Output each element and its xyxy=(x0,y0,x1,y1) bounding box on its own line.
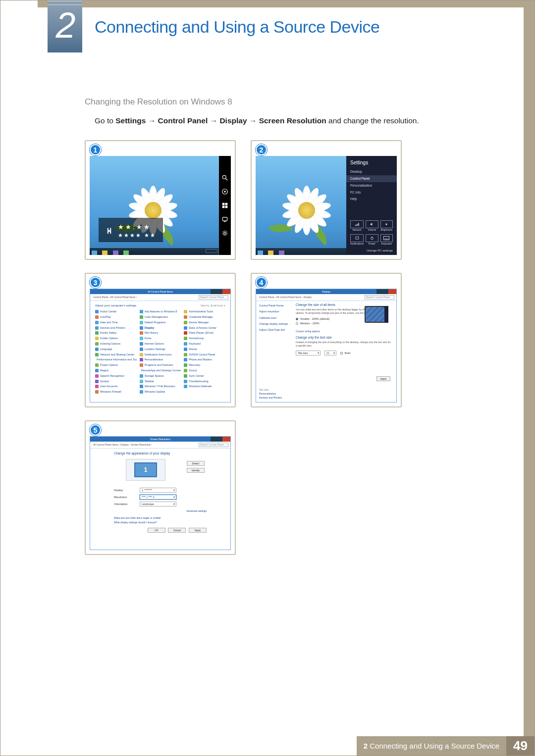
orientation-dropdown[interactable]: Landscape xyxy=(140,502,176,506)
minmax-buttons[interactable] xyxy=(211,289,222,294)
breadcrumb[interactable]: All Control Panel Items › Display › Scre… xyxy=(93,443,151,446)
share-icon[interactable] xyxy=(221,188,228,195)
close-button[interactable] xyxy=(222,289,230,294)
settings-item[interactable]: PC info xyxy=(350,189,393,196)
custom-sizing-link[interactable]: Custom sizing options xyxy=(296,330,392,333)
taskbar[interactable] xyxy=(90,248,218,255)
control-panel-item[interactable] xyxy=(184,390,225,394)
notifications-icon[interactable] xyxy=(350,234,364,242)
control-panel-item[interactable]: Windows Update xyxy=(140,390,181,394)
control-panel-item[interactable]: Sync Center xyxy=(184,374,225,378)
cancel-button[interactable]: Cancel xyxy=(168,528,186,533)
screen-resolution-window[interactable]: Screen Resolution All Control Panel Item… xyxy=(90,436,231,550)
see-also-link[interactable]: Personalization xyxy=(259,392,282,395)
monitor-1[interactable]: 1 xyxy=(134,462,157,477)
advanced-settings-link[interactable]: Advanced settings xyxy=(114,509,207,512)
control-panel-item[interactable]: Action Center xyxy=(95,309,137,314)
view-by-dropdown[interactable]: View by: Small icons ▾ xyxy=(201,304,225,307)
control-panel-item[interactable]: Network and Sharing Center xyxy=(95,353,137,357)
control-panel-item[interactable]: Language xyxy=(95,347,137,352)
control-panel-item[interactable]: NVIDIA Control Panel xyxy=(184,353,225,357)
sidebar-home[interactable]: Control Panel Home xyxy=(259,304,289,307)
window-titlebar[interactable]: All Control Panel Items xyxy=(90,289,230,294)
control-panel-item[interactable]: Recovery xyxy=(184,363,225,367)
control-panel-item[interactable]: Location Settings xyxy=(140,347,181,352)
control-panel-item[interactable]: Credential Manager xyxy=(184,315,225,319)
taskbar-icon[interactable] xyxy=(258,251,263,255)
minmax-buttons[interactable] xyxy=(376,289,388,294)
start-icon[interactable] xyxy=(221,202,228,209)
taskbar-icon[interactable] xyxy=(279,251,284,255)
control-panel-item[interactable]: User Accounts xyxy=(95,384,137,389)
control-panel-item[interactable]: Programs and Features xyxy=(140,363,181,367)
search-icon[interactable] xyxy=(221,174,228,181)
control-panel-item[interactable]: Region xyxy=(95,368,137,373)
control-panel-item[interactable]: Device Manager xyxy=(184,320,225,325)
breadcrumb[interactable]: Control Panel › All Control Panel Items … xyxy=(93,296,137,299)
bold-checkbox[interactable]: Bold xyxy=(340,352,350,354)
sidebar-item[interactable]: Adjust resolution xyxy=(259,310,289,313)
control-panel-item[interactable]: Display xyxy=(140,326,181,330)
control-panel-item[interactable]: Mouse xyxy=(184,347,225,352)
control-panel-item[interactable]: System xyxy=(95,379,137,384)
taskbar-icon[interactable] xyxy=(113,251,118,255)
taskbar[interactable] xyxy=(256,248,346,255)
breadcrumb[interactable]: Control Panel › All Control Panel Items … xyxy=(259,296,312,299)
volume-icon[interactable] xyxy=(366,220,378,228)
control-panel-item[interactable]: Windows 7 File Recovery xyxy=(140,384,181,389)
breadcrumb-bar[interactable]: All Control Panel Items › Display › Scre… xyxy=(90,442,230,449)
control-panel-item[interactable]: Performance Information and Tools xyxy=(95,357,137,362)
control-panel-item[interactable]: Default Programs xyxy=(140,320,181,325)
size-dropdown[interactable]: 11 xyxy=(324,351,336,355)
window-titlebar[interactable]: Display xyxy=(256,289,396,294)
resolution-dropdown[interactable]: **** × **** ▾ xyxy=(140,495,176,500)
control-panel-item[interactable]: Sound xyxy=(184,368,225,373)
ok-button[interactable]: OK xyxy=(148,528,165,533)
display-preview[interactable]: 1 xyxy=(126,459,165,481)
devices-icon[interactable] xyxy=(221,216,228,223)
keyboard-icon[interactable] xyxy=(380,234,393,242)
taskbar-icon[interactable] xyxy=(123,251,129,255)
control-panel-item[interactable]: AutoPlay xyxy=(95,315,137,319)
settings-item[interactable]: Desktop xyxy=(350,168,393,175)
sr-link-2[interactable]: What display settings should I choose? xyxy=(114,521,207,524)
apply-button[interactable]: Apply xyxy=(376,376,390,381)
close-button[interactable] xyxy=(222,437,230,442)
breadcrumb-bar[interactable]: Control Panel › All Control Panel Items … xyxy=(90,294,230,301)
control-panel-item[interactable]: HomeGroup xyxy=(184,336,225,341)
sidebar-item[interactable]: Adjust ClearType text xyxy=(259,328,289,332)
control-panel-item[interactable]: Notification Area Icons xyxy=(140,353,181,357)
taskbar-icon[interactable] xyxy=(92,251,97,255)
detect-button[interactable]: Detect xyxy=(187,461,205,466)
control-panel-item[interactable]: Storage Spaces xyxy=(140,374,181,378)
control-panel-item[interactable]: Speech Recognition xyxy=(95,374,137,378)
settings-item[interactable]: Control Panel xyxy=(346,175,397,182)
display-dropdown[interactable]: 1. ******** xyxy=(140,488,176,493)
taskbar-icon[interactable] xyxy=(268,251,273,255)
charms-settings-pane[interactable]: Settings DesktopControl PanelPersonaliza… xyxy=(346,156,397,255)
control-panel-window[interactable]: All Control Panel Items Control Panel › … xyxy=(90,289,231,403)
control-panel-item[interactable]: Date and Time xyxy=(95,320,137,325)
control-panel-item[interactable]: Phone and Modem xyxy=(184,357,225,362)
minmax-buttons[interactable] xyxy=(211,437,222,442)
control-panel-item[interactable]: Folder Options xyxy=(95,336,137,341)
change-pc-settings-link[interactable]: Change PC settings xyxy=(350,249,393,252)
control-panel-item[interactable]: Color Management xyxy=(140,315,181,319)
control-panel-item[interactable]: Personalization xyxy=(140,357,181,362)
control-panel-item[interactable]: Fonts xyxy=(140,336,181,341)
control-panel-item[interactable]: Family Safety xyxy=(95,331,137,335)
sidebar-item[interactable]: Change display settings xyxy=(259,322,289,326)
sidebar-item[interactable]: Calibrate color xyxy=(259,316,289,320)
control-panel-item[interactable]: Administrative Tools xyxy=(184,309,225,314)
control-panel-item[interactable]: Ease of Access Center xyxy=(184,326,225,330)
control-panel-item[interactable]: Indexing Options xyxy=(95,342,137,346)
taskbar-icon[interactable] xyxy=(102,251,107,255)
control-panel-item[interactable]: Internet Options xyxy=(140,342,181,346)
breadcrumb-bar[interactable]: Control Panel › All Control Panel Items … xyxy=(256,294,396,301)
settings-item[interactable]: Personalization xyxy=(350,182,393,189)
search-input[interactable]: Search Control Panel xyxy=(199,443,228,447)
identify-button[interactable]: Identify xyxy=(187,468,205,473)
control-panel-item[interactable]: Troubleshooting xyxy=(184,379,225,384)
taskbar-tray[interactable] xyxy=(206,249,217,253)
control-panel-item[interactable]: RemoteApp and Desktop Connections xyxy=(140,368,181,373)
